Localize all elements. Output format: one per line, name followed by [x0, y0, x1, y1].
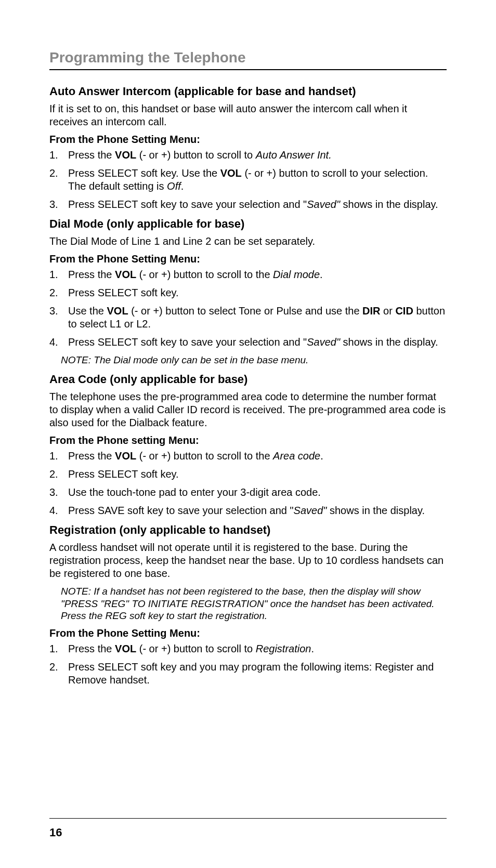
- menu-item-name: Area code: [273, 450, 320, 462]
- footer-rule: [49, 818, 447, 819]
- list-item: 2.Press SELECT soft key and you may prog…: [49, 661, 447, 687]
- area-code-intro: The telephone uses the pre-programmed ar…: [49, 390, 447, 429]
- saved-label: Saved": [294, 505, 327, 516]
- step-text: Use the touch-tone pad to enter your 3-d…: [68, 486, 321, 498]
- step-text: Press SELECT soft key.: [68, 287, 179, 298]
- list-item: 2.Press SELECT soft key.: [49, 286, 447, 299]
- area-code-heading: Area Code (only applicable for base): [49, 373, 447, 386]
- step-text: shows in the display.: [340, 336, 438, 348]
- menu-item-name: Auto Answer Int.: [256, 149, 332, 161]
- step-text: .: [320, 450, 323, 462]
- step-text: (- or +) button to select Tone or Pulse …: [128, 305, 362, 317]
- step-text: (- or +) button to scroll to the: [136, 269, 273, 280]
- list-item: 3.Use the VOL (- or +) button to select …: [49, 305, 447, 331]
- step-text: .: [311, 643, 314, 654]
- list-item: 1.Press the VOL (- or +) button to scrol…: [49, 642, 447, 655]
- menu-item-name: Registration: [256, 643, 311, 654]
- auto-answer-steps: 1.Press the VOL (- or +) button to scrol…: [49, 149, 447, 211]
- step-text: shows in the display.: [327, 505, 425, 516]
- dial-mode-intro: The Dial Mode of Line 1 and Line 2 can b…: [49, 235, 447, 248]
- step-text: Press SELECT soft key to save your selec…: [68, 199, 307, 210]
- vol-label: VOL: [220, 167, 242, 179]
- dial-mode-steps: 1.Press the VOL (- or +) button to scrol…: [49, 268, 447, 349]
- auto-answer-heading: Auto Answer Intercom (applicable for bas…: [49, 85, 447, 98]
- vol-label: VOL: [115, 269, 136, 280]
- step-text: shows in the display.: [340, 199, 438, 210]
- list-item: 2.Press SELECT soft key.: [49, 468, 447, 481]
- step-text: Press the: [68, 643, 115, 654]
- dial-mode-menu-label: From the Phone Setting Menu:: [49, 253, 447, 265]
- list-item: 1.Press the VOL (- or +) button to scrol…: [49, 149, 447, 162]
- cid-label: CID: [395, 305, 413, 317]
- step-text: (- or +) button to scroll to: [136, 643, 256, 654]
- registration-menu-label: From the Phone Setting Menu:: [49, 627, 447, 639]
- area-code-menu-label: From the Phone setting Menu:: [49, 435, 447, 446]
- dir-label: DIR: [362, 305, 380, 317]
- list-item: 1.Press the VOL (- or +) button to scrol…: [49, 450, 447, 463]
- vol-label: VOL: [115, 450, 136, 462]
- step-text: (- or +) button to scroll to: [136, 149, 256, 161]
- auto-answer-menu-label: From the Phone Setting Menu:: [49, 134, 447, 146]
- menu-item-name: Dial mode: [273, 269, 320, 280]
- vol-label: VOL: [115, 643, 136, 654]
- vol-label: VOL: [107, 305, 128, 317]
- dial-mode-heading: Dial Mode (only applicable for base): [49, 217, 447, 231]
- list-item: 4.Press SAVE soft key to save your selec…: [49, 504, 447, 517]
- step-text: (- or +) button to scroll to the: [136, 450, 273, 462]
- registration-note: NOTE: If a handset has not been register…: [61, 585, 447, 622]
- step-text: Press the: [68, 269, 115, 280]
- saved-label: Saved": [307, 336, 340, 348]
- dial-mode-note: NOTE: The Dial mode only can be set in t…: [61, 354, 447, 366]
- setting-value: Off: [167, 180, 181, 192]
- list-item: 1.Press the VOL (- or +) button to scrol…: [49, 268, 447, 281]
- section-title: Programming the Telephone: [49, 49, 447, 70]
- list-item: 2.Press SELECT soft key. Use the VOL (- …: [49, 167, 447, 193]
- step-text: .: [181, 180, 184, 192]
- step-text: Press SELECT soft key.: [68, 468, 179, 480]
- list-item: 3.Use the touch-tone pad to enter your 3…: [49, 486, 447, 499]
- registration-heading: Registration (only applicable to handset…: [49, 523, 447, 537]
- page-footer: 16: [49, 818, 447, 839]
- step-text: or: [381, 305, 396, 317]
- saved-label: Saved": [307, 199, 340, 210]
- step-text: Press SELECT soft key. Use the: [68, 167, 220, 179]
- step-text: .: [320, 269, 323, 280]
- step-text: Press SELECT soft key and you may progra…: [68, 661, 434, 686]
- list-item: 3.Press SELECT soft key to save your sel…: [49, 198, 447, 211]
- step-text: Press SAVE soft key to save your selecti…: [68, 505, 294, 516]
- registration-intro: A cordless handset will not operate unti…: [49, 541, 447, 580]
- step-text: Press the: [68, 149, 115, 161]
- list-item: 4.Press SELECT soft key to save your sel…: [49, 336, 447, 349]
- vol-label: VOL: [115, 149, 136, 161]
- auto-answer-intro: If it is set to on, this handset or base…: [49, 102, 447, 128]
- page-number: 16: [49, 826, 447, 839]
- registration-steps: 1.Press the VOL (- or +) button to scrol…: [49, 642, 447, 687]
- step-text: Use the: [68, 305, 107, 317]
- area-code-steps: 1.Press the VOL (- or +) button to scrol…: [49, 450, 447, 517]
- step-text: Press the: [68, 450, 115, 462]
- step-text: Press SELECT soft key to save your selec…: [68, 336, 307, 348]
